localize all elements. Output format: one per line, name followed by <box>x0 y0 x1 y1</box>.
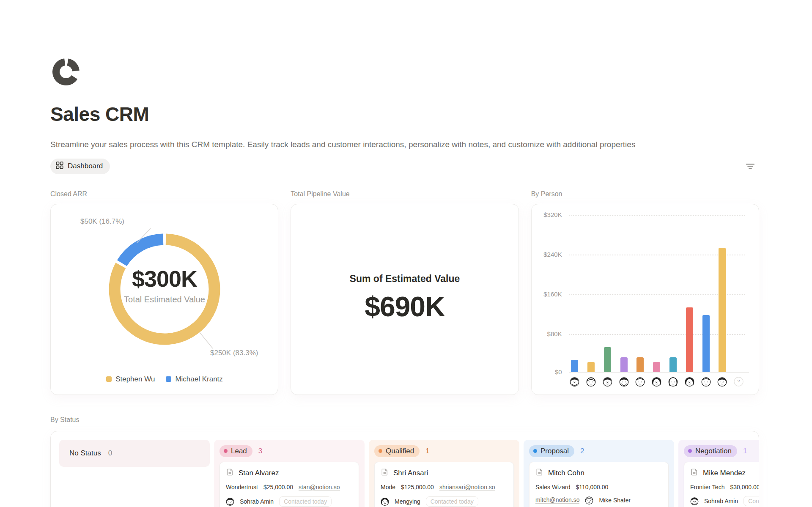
status-dot <box>688 449 692 453</box>
column-lead: Lead 3 Stan Alvarez Wondertrust $2 <box>214 440 365 507</box>
y-tick: $80K <box>532 330 562 337</box>
pipeline-metric-label: Sum of Estimated Value <box>291 273 518 285</box>
card-company: Wondertrust <box>226 484 258 491</box>
page-icon <box>690 468 698 478</box>
person-avatar <box>570 377 579 386</box>
card-value: $125,000.00 <box>401 484 434 491</box>
filter-icon[interactable] <box>746 163 755 170</box>
person-avatar <box>690 497 699 505</box>
person-avatar <box>635 377 645 386</box>
card-person: Mike Shafer <box>599 497 631 504</box>
card-email-link[interactable]: mitch@notion.so <box>535 496 579 504</box>
status-dot <box>379 449 382 453</box>
status-board: No Status 0 Lead 3 <box>50 431 759 507</box>
column-count: 3 <box>258 447 262 455</box>
card-person: Sohrab Amin <box>240 498 274 505</box>
donut-callout-large: $250K (83.3%) <box>210 349 258 357</box>
legend-label: Michael Krantz <box>175 375 222 384</box>
card-stan-alvarez[interactable]: Stan Alvarez Wondertrust $25,000.00 stan… <box>219 462 359 507</box>
card-email-link[interactable]: shriansari@notion.so <box>439 484 495 491</box>
column-count: 1 <box>425 447 429 455</box>
by-person-card[interactable]: $320K $240K $160K $80K $0 ? <box>531 204 759 395</box>
card-contacted-pill[interactable]: Contacted today <box>279 496 332 507</box>
unassigned-avatar: ? <box>734 377 743 386</box>
donut-segment-michael-krantz <box>122 239 163 263</box>
card-company: Frontier Tech <box>690 484 724 491</box>
person-avatar <box>586 377 596 386</box>
bar-person-1[interactable] <box>571 360 578 372</box>
bar-person-3[interactable] <box>604 347 611 372</box>
bar-person-9[interactable] <box>702 315 710 372</box>
card-mitch-cohn[interactable]: Mitch Cohn Sales Wizard $110,000.00 mitc… <box>529 462 669 507</box>
card-person: Mengying <box>395 498 420 505</box>
status-pill-negotiation[interactable]: Negotiation <box>684 445 737 457</box>
donut-legend: Stephen Wu Michael Krantz <box>51 375 278 384</box>
y-tick: $240K <box>532 251 562 258</box>
status-dot <box>224 449 228 453</box>
status-pill-label: Lead <box>231 447 247 455</box>
card-shri-ansari[interactable]: Shri Ansari Mode $125,000.00 shriansari@… <box>374 462 514 507</box>
closed-arr-card[interactable]: $50K (16.7%) $250K (83.3%) $300K Total E… <box>50 204 278 395</box>
person-avatar <box>652 377 661 386</box>
status-dot <box>533 449 537 453</box>
person-avatar <box>668 377 678 386</box>
card-email-link[interactable]: stan@notion.so <box>299 484 340 491</box>
pipeline-card[interactable]: Sum of Estimated Value $690K <box>291 204 518 395</box>
y-tick: $0 <box>532 368 562 375</box>
card-person: Sohrab Amin <box>704 498 738 504</box>
y-tick: $320K <box>532 211 562 218</box>
x-axis-baseline <box>569 372 749 373</box>
column-name: No Status <box>69 449 101 458</box>
person-avatar <box>603 377 612 386</box>
status-pill-proposal[interactable]: Proposal <box>529 445 574 457</box>
column-no-status[interactable]: No Status 0 <box>59 440 210 467</box>
card-mike-mendez[interactable]: Mike Mendez Frontier Tech $30,000.00 Soh… <box>684 462 759 507</box>
dashboard-grid-icon <box>56 162 63 171</box>
bar-person-2[interactable] <box>587 362 595 372</box>
bar-person-6[interactable] <box>653 362 660 372</box>
status-pill-lead[interactable]: Lead <box>219 445 252 457</box>
card-contacted-pill[interactable]: Contacted today <box>743 496 759 506</box>
tab-dashboard[interactable]: Dashboard <box>50 159 110 174</box>
column-proposal: Proposal 2 Mitch Cohn Sales Wizard <box>524 440 674 507</box>
card-title: Mike Mendez <box>703 469 746 477</box>
column-count: 2 <box>580 447 584 455</box>
by-status-label: By Status <box>50 416 759 424</box>
svg-text:?: ? <box>738 379 740 384</box>
bar-person-8[interactable] <box>686 307 693 372</box>
card-title: Mitch Cohn <box>548 469 584 477</box>
column-qualified: Qualified 1 Shri Ansari Mode $125, <box>369 440 519 507</box>
closed-arr-section: Closed ARR $50K (16.7%) $250K (83.3%) $3… <box>50 190 278 395</box>
card-value: $30,000.00 <box>730 484 759 491</box>
closed-arr-label: Closed ARR <box>50 190 278 198</box>
status-pill-label: Qualified <box>386 447 414 455</box>
page-title: Sales CRM <box>50 103 759 126</box>
tab-dashboard-label: Dashboard <box>68 162 103 170</box>
pipeline-label: Total Pipeline Value <box>291 190 518 198</box>
bar-person-7[interactable] <box>669 357 677 372</box>
by-person-label: By Person <box>531 190 759 198</box>
legend-item-michael-krantz[interactable]: Michael Krantz <box>166 375 222 384</box>
person-avatar <box>717 377 727 386</box>
bar-person-10[interactable] <box>719 248 726 372</box>
card-company: Mode <box>381 484 395 491</box>
bar-person-4[interactable] <box>620 357 628 372</box>
page-icon <box>381 468 389 478</box>
person-avatar <box>585 496 593 504</box>
legend-swatch <box>166 376 171 382</box>
bar-person-5[interactable] <box>636 357 644 372</box>
legend-item-stephen-wu[interactable]: Stephen Wu <box>106 375 155 384</box>
pipeline-metric-value: $690K <box>291 290 518 323</box>
legend-swatch <box>106 376 112 382</box>
card-title: Shri Ansari <box>393 469 428 477</box>
column-negotiation: Negotiation 1 Mike Mendez Frontier Tech <box>678 440 759 507</box>
card-value: $25,000.00 <box>263 484 293 491</box>
card-title: Stan Alvarez <box>239 469 279 477</box>
legend-label: Stephen Wu <box>115 375 155 384</box>
by-person-section: By Person $320K $240K $160K $80K $0 ? <box>531 190 759 395</box>
status-pill-label: Negotiation <box>695 447 732 455</box>
status-pill-qualified[interactable]: Qualified <box>374 445 420 457</box>
page-description: Streamline your sales process with this … <box>50 140 759 150</box>
card-contacted-pill[interactable]: Contacted today <box>426 496 478 507</box>
person-avatar <box>226 497 234 506</box>
